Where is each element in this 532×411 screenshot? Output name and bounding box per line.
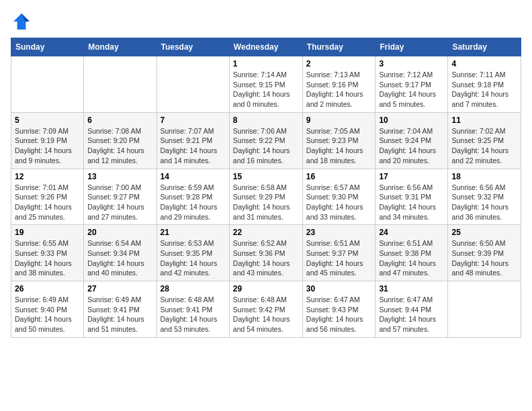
day-of-week-wednesday: Wednesday — [229, 38, 302, 56]
calendar-cell: 17Sunrise: 6:56 AM Sunset: 9:31 PM Dayli… — [375, 169, 448, 225]
calendar-body: 1Sunrise: 7:14 AM Sunset: 9:15 PM Daylig… — [11, 56, 521, 338]
day-info: Sunrise: 6:47 AM Sunset: 9:43 PM Dayligh… — [306, 295, 372, 334]
calendar-cell: 29Sunrise: 6:48 AM Sunset: 9:42 PM Dayli… — [229, 281, 302, 338]
calendar-cell: 22Sunrise: 6:52 AM Sunset: 9:36 PM Dayli… — [229, 225, 302, 281]
calendar-cell: 13Sunrise: 7:00 AM Sunset: 9:27 PM Dayli… — [84, 169, 157, 225]
calendar-cell — [11, 56, 84, 113]
calendar-table: SundayMondayTuesdayWednesdayThursdayFrid… — [11, 38, 521, 338]
day-info: Sunrise: 7:02 AM Sunset: 9:25 PM Dayligh… — [451, 126, 517, 166]
day-info: Sunrise: 6:50 AM Sunset: 9:39 PM Dayligh… — [451, 238, 517, 278]
day-number: 11 — [451, 116, 517, 125]
day-of-week-friday: Friday — [375, 38, 448, 56]
day-info: Sunrise: 7:13 AM Sunset: 9:16 PM Dayligh… — [306, 70, 372, 109]
calendar-cell: 6Sunrise: 7:08 AM Sunset: 9:20 PM Daylig… — [84, 112, 157, 169]
day-number: 9 — [306, 116, 372, 125]
day-info: Sunrise: 7:08 AM Sunset: 9:20 PM Dayligh… — [87, 126, 152, 166]
day-info: Sunrise: 7:01 AM Sunset: 9:26 PM Dayligh… — [15, 183, 80, 222]
day-info: Sunrise: 6:47 AM Sunset: 9:44 PM Dayligh… — [379, 295, 444, 334]
calendar-cell: 12Sunrise: 7:01 AM Sunset: 9:26 PM Dayli… — [11, 169, 84, 225]
calendar-cell: 11Sunrise: 7:02 AM Sunset: 9:25 PM Dayli… — [448, 112, 521, 169]
day-number: 28 — [161, 284, 226, 293]
calendar-cell: 14Sunrise: 6:59 AM Sunset: 9:28 PM Dayli… — [157, 169, 229, 225]
calendar-cell: 16Sunrise: 6:57 AM Sunset: 9:30 PM Dayli… — [302, 169, 375, 225]
calendar-cell: 27Sunrise: 6:49 AM Sunset: 9:41 PM Dayli… — [84, 281, 157, 338]
calendar-cell — [448, 281, 521, 338]
day-info: Sunrise: 6:51 AM Sunset: 9:38 PM Dayligh… — [379, 238, 444, 278]
day-number: 18 — [451, 172, 517, 181]
day-info: Sunrise: 7:07 AM Sunset: 9:21 PM Dayligh… — [161, 126, 226, 166]
week-row-1: 1Sunrise: 7:14 AM Sunset: 9:15 PM Daylig… — [11, 56, 521, 113]
day-info: Sunrise: 7:14 AM Sunset: 9:15 PM Dayligh… — [233, 70, 299, 109]
calendar-cell: 2Sunrise: 7:13 AM Sunset: 9:16 PM Daylig… — [302, 56, 375, 113]
day-of-week-thursday: Thursday — [302, 38, 375, 56]
calendar-cell: 9Sunrise: 7:05 AM Sunset: 9:23 PM Daylig… — [302, 112, 375, 169]
day-info: Sunrise: 6:56 AM Sunset: 9:32 PM Dayligh… — [451, 183, 517, 222]
day-of-week-sunday: Sunday — [11, 38, 84, 56]
logo — [11, 11, 35, 32]
day-number: 10 — [379, 116, 444, 125]
calendar-cell: 5Sunrise: 7:09 AM Sunset: 9:19 PM Daylig… — [11, 112, 84, 169]
day-of-week-monday: Monday — [84, 38, 157, 56]
day-number: 15 — [233, 172, 299, 181]
day-number: 5 — [15, 116, 80, 125]
day-number: 1 — [233, 59, 299, 68]
day-number: 14 — [161, 172, 226, 181]
day-info: Sunrise: 6:48 AM Sunset: 9:42 PM Dayligh… — [233, 295, 299, 334]
day-info: Sunrise: 7:04 AM Sunset: 9:24 PM Dayligh… — [379, 126, 444, 166]
calendar-cell: 15Sunrise: 6:58 AM Sunset: 9:29 PM Dayli… — [229, 169, 302, 225]
day-number: 19 — [15, 228, 80, 237]
calendar-cell: 31Sunrise: 6:47 AM Sunset: 9:44 PM Dayli… — [375, 281, 448, 338]
days-of-week-row: SundayMondayTuesdayWednesdayThursdayFrid… — [11, 38, 521, 56]
day-info: Sunrise: 6:48 AM Sunset: 9:41 PM Dayligh… — [161, 295, 226, 334]
day-number: 20 — [87, 228, 152, 237]
day-number: 27 — [87, 284, 152, 293]
day-of-week-tuesday: Tuesday — [157, 38, 229, 56]
calendar-cell: 30Sunrise: 6:47 AM Sunset: 9:43 PM Dayli… — [302, 281, 375, 338]
calendar-cell: 19Sunrise: 6:55 AM Sunset: 9:33 PM Dayli… — [11, 225, 84, 281]
day-number: 12 — [15, 172, 80, 181]
day-info: Sunrise: 6:59 AM Sunset: 9:28 PM Dayligh… — [161, 183, 226, 222]
week-row-2: 5Sunrise: 7:09 AM Sunset: 9:19 PM Daylig… — [11, 112, 521, 169]
calendar-cell: 3Sunrise: 7:12 AM Sunset: 9:17 PM Daylig… — [375, 56, 448, 113]
calendar-cell: 28Sunrise: 6:48 AM Sunset: 9:41 PM Dayli… — [157, 281, 229, 338]
day-info: Sunrise: 6:51 AM Sunset: 9:37 PM Dayligh… — [306, 238, 372, 278]
day-info: Sunrise: 6:49 AM Sunset: 9:41 PM Dayligh… — [87, 295, 152, 334]
day-info: Sunrise: 6:53 AM Sunset: 9:35 PM Dayligh… — [161, 238, 226, 278]
calendar-cell: 24Sunrise: 6:51 AM Sunset: 9:38 PM Dayli… — [375, 225, 448, 281]
day-info: Sunrise: 6:49 AM Sunset: 9:40 PM Dayligh… — [15, 295, 80, 334]
day-number: 30 — [306, 284, 372, 293]
day-number: 6 — [87, 116, 152, 125]
day-number: 7 — [161, 116, 226, 125]
day-info: Sunrise: 6:54 AM Sunset: 9:34 PM Dayligh… — [87, 238, 152, 278]
day-number: 2 — [306, 59, 372, 68]
day-info: Sunrise: 6:56 AM Sunset: 9:31 PM Dayligh… — [379, 183, 444, 222]
calendar-cell: 25Sunrise: 6:50 AM Sunset: 9:39 PM Dayli… — [448, 225, 521, 281]
calendar-cell: 23Sunrise: 6:51 AM Sunset: 9:37 PM Dayli… — [302, 225, 375, 281]
calendar-cell — [84, 56, 157, 113]
calendar-cell — [157, 56, 229, 113]
week-row-5: 26Sunrise: 6:49 AM Sunset: 9:40 PM Dayli… — [11, 281, 521, 338]
day-info: Sunrise: 7:05 AM Sunset: 9:23 PM Dayligh… — [306, 126, 372, 166]
week-row-4: 19Sunrise: 6:55 AM Sunset: 9:33 PM Dayli… — [11, 225, 521, 281]
calendar-cell: 4Sunrise: 7:11 AM Sunset: 9:18 PM Daylig… — [448, 56, 521, 113]
calendar-header: SundayMondayTuesdayWednesdayThursdayFrid… — [11, 38, 521, 56]
day-info: Sunrise: 7:09 AM Sunset: 9:19 PM Dayligh… — [15, 126, 80, 166]
calendar-cell: 1Sunrise: 7:14 AM Sunset: 9:15 PM Daylig… — [229, 56, 302, 113]
day-number: 16 — [306, 172, 372, 181]
day-info: Sunrise: 6:57 AM Sunset: 9:30 PM Dayligh… — [306, 183, 372, 222]
day-number: 3 — [379, 59, 444, 68]
page-header — [11, 11, 521, 32]
day-info: Sunrise: 7:11 AM Sunset: 9:18 PM Dayligh… — [451, 70, 517, 109]
day-number: 4 — [451, 59, 517, 68]
day-info: Sunrise: 6:52 AM Sunset: 9:36 PM Dayligh… — [233, 238, 299, 278]
calendar-cell: 8Sunrise: 7:06 AM Sunset: 9:22 PM Daylig… — [229, 112, 302, 169]
day-number: 26 — [15, 284, 80, 293]
calendar-cell: 18Sunrise: 6:56 AM Sunset: 9:32 PM Dayli… — [448, 169, 521, 225]
day-info: Sunrise: 7:12 AM Sunset: 9:17 PM Dayligh… — [379, 70, 444, 109]
day-number: 23 — [306, 228, 372, 237]
calendar-cell: 20Sunrise: 6:54 AM Sunset: 9:34 PM Dayli… — [84, 225, 157, 281]
day-number: 24 — [379, 228, 444, 237]
day-number: 8 — [233, 116, 299, 125]
day-number: 22 — [233, 228, 299, 237]
calendar-cell: 26Sunrise: 6:49 AM Sunset: 9:40 PM Dayli… — [11, 281, 84, 338]
